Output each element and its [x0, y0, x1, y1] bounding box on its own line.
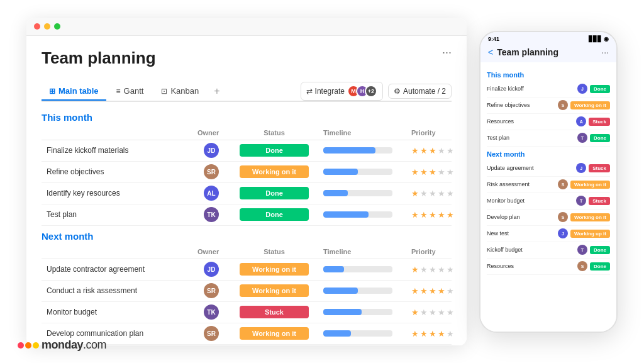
avatar-3: TK — [204, 207, 219, 222]
mobile-next-month-row-1: Risk assessment S Working on it — [487, 177, 610, 193]
status-cell-0: Done — [230, 144, 318, 157]
this-month-section: This month Owner Status Timeline Priorit… — [42, 112, 452, 226]
status-cell-1: Working on it — [230, 165, 318, 178]
mobile-next-month-row-0: Update agreement J Stuck — [487, 160, 610, 177]
app-title: Team planning — [42, 48, 156, 68]
mobile-task-2: Resources — [487, 118, 574, 125]
maximize-button[interactable] — [54, 23, 60, 30]
tab-kanban[interactable]: ⊡ Kanban — [153, 82, 206, 101]
mobile-next-month-row-6: Resources S Done — [487, 259, 610, 275]
mobile-next-month-row-4: New test J Working up it — [487, 226, 610, 242]
status-badge-1[interactable]: Working on it — [240, 165, 309, 178]
mobile-nm-task-0: Update agreement — [487, 165, 574, 171]
nm-status-badge-3[interactable]: Working on it — [240, 327, 309, 340]
nm-status-badge-1[interactable]: Working on it — [240, 284, 309, 297]
close-button[interactable] — [34, 23, 40, 30]
avatar-0: JD — [204, 143, 219, 158]
this-month-col-headers: Owner Status Timeline Priority ⊕ — [42, 126, 452, 140]
priority-cell-3: ★ ★ ★ ★ ★ — [406, 210, 467, 220]
mobile-avatar-3: T — [577, 133, 587, 143]
stars-2: ★ ★ ★ ★ ★ — [411, 189, 454, 198]
mobile-nm-task-5: Kickoff budget — [487, 247, 575, 253]
nm-avatar-3: SR — [204, 326, 219, 341]
logo-dot-red — [18, 342, 24, 349]
mobile-next-month-title: Next month — [487, 150, 610, 158]
avatar-2: AL — [204, 186, 219, 201]
task-avatar-3: TK — [192, 207, 230, 222]
mobile-badge-1: Working on it — [570, 101, 610, 109]
status-badge-3[interactable]: Done — [240, 208, 309, 221]
stars-0: ★ ★ ★ ★ ★ — [411, 146, 454, 155]
nm-status-badge-2[interactable]: Stuck — [240, 306, 309, 318]
mobile-avatar-2: A — [576, 116, 586, 126]
integrate-label: Integrate — [315, 87, 345, 96]
automate-icon: ⚙ — [394, 87, 401, 96]
status-badge-2[interactable]: Done — [240, 187, 309, 199]
timeline-bar-fill-3 — [323, 211, 369, 218]
timeline-bar-bg-1 — [323, 169, 392, 175]
avatar-1: SR — [204, 164, 219, 179]
col-priority: Priority — [406, 129, 467, 137]
nm-col-owner: Owner — [192, 248, 230, 256]
outer-container: Team planning ··· ⊞ Main table ≡ Gantt ⊡… — [0, 0, 644, 363]
nm-status-cell-1: Working on it — [230, 284, 318, 297]
mobile-header: < Team planning ··· — [480, 45, 616, 62]
next-month-row-0: Update contractor agreement JD Working o… — [42, 259, 452, 281]
mobile-dots-menu[interactable]: ··· — [601, 47, 609, 57]
tabs-row: ⊞ Main table ≡ Gantt ⊡ Kanban + ⇄ Integr… — [42, 82, 452, 102]
automate-button[interactable]: ⚙ Automate / 2 — [388, 84, 452, 99]
mobile-nm-task-3: Develop plan — [487, 214, 555, 220]
mobile-nm-task-6: Resources — [487, 263, 575, 269]
mobile-this-month-row-3: Test plan T Done — [487, 130, 610, 147]
mobile-nm-task-4: New test — [487, 230, 555, 237]
tab-main-table-label: Main table — [58, 86, 99, 96]
nm-task-avatar-0: JD — [192, 262, 230, 277]
mobile-next-month-row-2: Monitor budget T Stuck — [487, 193, 610, 209]
mobile-nm-badge-0: Stuck — [589, 164, 610, 172]
mobile-this-month-row-0: Finalize kickoff J Done — [487, 81, 610, 98]
task-name-2: Identify key resources — [42, 185, 192, 201]
automate-label: Automate / 2 — [403, 87, 446, 96]
nm-status-cell-0: Working on it — [230, 263, 318, 276]
mobile-signal: ▊▊▊ ◉ — [589, 36, 609, 42]
integrate-button[interactable]: ⇄ Integrate M H +2 — [301, 82, 383, 101]
nm-task-name-0: Update contractor agreement — [42, 261, 192, 277]
next-month-title: Next month — [42, 231, 94, 242]
mobile-nm-badge-5: Done — [590, 246, 610, 254]
status-cell-2: Done — [230, 187, 318, 199]
task-name-1: Refine objectives — [42, 164, 192, 180]
mobile-avatar-0: J — [577, 84, 587, 94]
col-owner: Owner — [192, 129, 230, 137]
nm-status-cell-2: Stuck — [230, 306, 318, 318]
nm-timeline-cell-2 — [318, 309, 406, 315]
mobile-nm-badge-4: Working up it — [570, 230, 610, 238]
app-dots-menu[interactable]: ··· — [442, 46, 452, 59]
mobile-back-button[interactable]: < — [488, 47, 493, 57]
mobile-window: 9:41 ▊▊▊ ◉ < Team planning ··· This mont… — [479, 31, 618, 333]
main-table-icon: ⊞ — [49, 87, 55, 96]
mobile-body[interactable]: This month Finalize kickoff J Done Refin… — [480, 62, 616, 332]
task-name-3: Test plan — [42, 206, 192, 223]
timeline-bar-bg-0 — [323, 147, 392, 154]
nm-col-task — [42, 248, 192, 256]
nm-status-badge-0[interactable]: Working on it — [240, 263, 309, 276]
mobile-status-bar: 9:41 ▊▊▊ ◉ — [480, 32, 616, 45]
nm-task-name-1: Conduct a risk assessment — [42, 282, 192, 299]
status-badge-0[interactable]: Done — [240, 144, 309, 157]
tab-main-table[interactable]: ⊞ Main table — [42, 82, 106, 101]
minimize-button[interactable] — [44, 23, 50, 30]
nm-task-avatar-1: SR — [192, 283, 230, 298]
tab-gantt[interactable]: ≡ Gantt — [109, 82, 152, 101]
logo-dot-yellow — [33, 342, 39, 349]
logo-dot-orange — [25, 342, 31, 349]
timeline-cell-1 — [318, 169, 406, 175]
col-timeline: Timeline — [318, 129, 406, 137]
mobile-time: 9:41 — [488, 36, 499, 42]
nm-task-avatar-3: SR — [192, 326, 230, 341]
mobile-this-month-title: This month — [487, 71, 610, 79]
mobile-badge-2: Stuck — [589, 118, 610, 126]
add-tab-button[interactable]: + — [209, 82, 225, 101]
mobile-nm-avatar-6: S — [577, 261, 587, 271]
nm-priority-cell-2: ★ ★ ★ ★ ★ — [406, 308, 467, 317]
this-month-row-2: Identify key resources AL Done — [42, 183, 452, 204]
